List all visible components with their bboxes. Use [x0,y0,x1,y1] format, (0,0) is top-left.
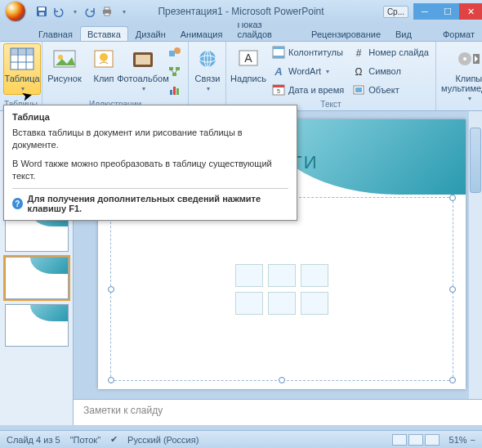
qat-undo-dropdown[interactable] [67,4,82,19]
tab-insert[interactable]: Вставка [80,26,128,41]
svg-text:A: A [244,52,252,65]
photoalbum-icon [130,46,156,72]
view-buttons [392,434,440,446]
zoom-out-button[interactable]: − [471,435,475,445]
smartart-icon [168,65,181,78]
sorter-view-button[interactable] [408,434,423,446]
object-button[interactable]: Объект [349,81,432,99]
wordart-label: WordArt [288,66,321,76]
redo-icon [85,6,96,17]
qat-undo-button[interactable] [51,4,65,19]
svg-text:A: A [274,65,282,78]
resize-handle[interactable] [279,377,285,383]
svg-rect-22 [172,73,176,76]
shapes-icon [168,46,181,59]
ribbon-tabs: Главная Вставка Дизайн Анимация Показ сл… [0,23,482,41]
date-time-button[interactable]: 5Дата и время [269,81,347,99]
tab-home[interactable]: Главная [31,26,80,41]
tooltip-body-1: Вставка таблицы в документ или рисование… [12,127,288,151]
insert-picture-icon[interactable] [235,292,263,315]
insert-clipart-icon[interactable] [268,292,296,315]
svg-rect-20 [169,67,173,70]
office-button[interactable] [0,0,31,23]
tab-review[interactable]: Рецензирование [304,26,388,41]
hyperlink-button-label: Связи [195,74,221,83]
scrollbar-thumb[interactable] [470,128,481,193]
tab-animations[interactable]: Анимация [173,26,230,41]
chart-icon [168,83,181,96]
office-orb-icon [6,2,25,21]
qat-redo-button[interactable] [83,4,98,19]
resize-handle[interactable] [449,195,456,201]
slide-thumbnail[interactable] [5,257,69,299]
picture-button-label: Рисунок [47,74,82,83]
zoom-control[interactable]: 51% − [449,435,475,445]
title-bar: Презентация1 - Microsoft PowerPoint Ср..… [0,0,482,23]
quick-access-toolbar [31,4,134,19]
table-button[interactable]: Таблица [3,43,41,95]
slideshow-view-button[interactable] [425,434,440,446]
wordart-icon: A [272,65,285,78]
header-footer-icon [272,46,285,59]
chart-button[interactable] [165,81,185,99]
svg-rect-39 [273,85,284,87]
group-media: Клипы мультимедиа [436,42,482,110]
minimize-button[interactable]: ─ [413,3,436,20]
smartart-button[interactable] [165,62,185,80]
wordart-button[interactable]: AWordArt [269,62,347,80]
close-button[interactable]: ✕ [459,3,482,20]
table-icon [9,46,35,72]
maximize-button[interactable]: ☐ [436,3,459,20]
textbox-button[interactable]: A Надпись [230,43,267,86]
date-time-label: Дата и время [288,85,344,95]
tab-view[interactable]: Вид [388,26,419,41]
svg-rect-2 [39,12,44,16]
svg-rect-35 [273,47,284,49]
qat-save-button[interactable] [34,4,49,19]
vertical-scrollbar[interactable] [469,111,482,399]
spellcheck-icon[interactable]: ✔ [110,434,118,445]
insert-chart-icon[interactable] [268,264,296,287]
resize-handle[interactable] [449,377,456,383]
slide-number-label: Номер слайда [368,47,429,57]
resize-handle[interactable] [108,286,114,293]
picture-icon [51,46,78,72]
content-placeholder[interactable] [110,197,453,381]
svg-rect-26 [173,87,176,95]
svg-point-19 [174,47,181,54]
svg-text:Ω: Ω [355,66,363,78]
notes-placeholder-text: Заметки к слайду [83,405,163,416]
normal-view-button[interactable] [392,434,407,446]
resize-handle[interactable] [108,377,114,383]
tooltip-title: Таблица [12,112,288,122]
qat-print-button[interactable] [100,4,114,19]
insert-table-icon[interactable] [235,264,263,287]
clipart-icon [91,46,117,72]
qat-customize-dropdown[interactable] [116,4,131,19]
tab-design[interactable]: Дизайн [128,26,173,41]
slide-number-button[interactable]: #Номер слайда [349,43,432,61]
hyperlink-button[interactable]: Связи [192,43,223,95]
photoalbum-button[interactable]: Фотоальбом [124,43,162,95]
header-footer-button[interactable]: Колонтитулы [269,43,347,61]
tab-format[interactable]: Формат [435,26,482,41]
resize-handle[interactable] [449,286,456,293]
language-indicator[interactable]: Ср... [383,6,408,18]
shapes-button[interactable] [165,43,185,61]
date-time-icon: 5 [272,83,285,96]
undo-icon [52,6,64,17]
insert-smartart-icon[interactable] [301,264,328,287]
language-status[interactable]: Русский (Россия) [127,435,199,445]
textbox-icon: A [235,46,261,72]
symbol-button[interactable]: ΩСимвол [349,62,432,80]
slide-thumbnail[interactable] [5,304,69,347]
notes-pane[interactable]: Заметки к слайду [74,399,482,425]
svg-text:#: # [356,47,362,59]
clipart-button-label: Клип [94,74,114,83]
insert-media-icon[interactable] [301,292,328,315]
theme-name: "Поток" [70,435,100,445]
svg-point-46 [463,57,466,60]
media-clips-button[interactable]: Клипы мультимедиа [440,43,482,105]
picture-button[interactable]: Рисунок [46,43,83,86]
zoom-level: 51% [449,435,467,445]
